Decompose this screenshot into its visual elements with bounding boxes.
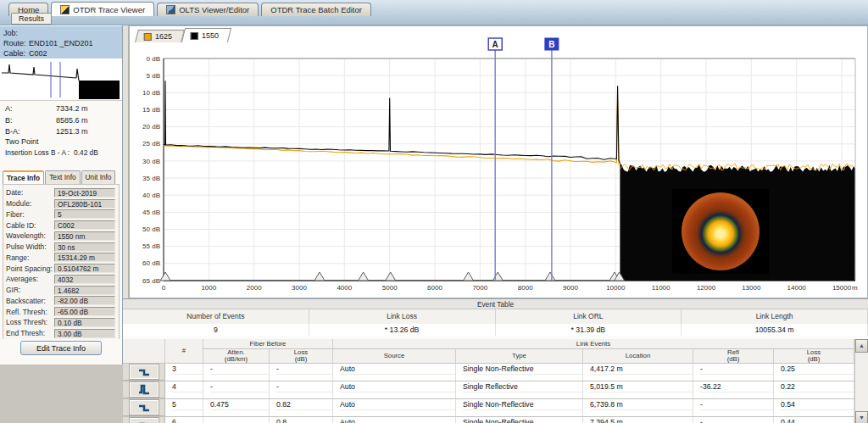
nonreflective-event-icon[interactable]	[130, 418, 159, 423]
field-row-refl-thresh: Refl. Thresh:-65.00 dB	[3, 306, 119, 317]
cell-text: Single Non-Reflective	[463, 417, 582, 423]
scroll-up-button[interactable]: ▲	[855, 339, 868, 353]
cell-text: Auto	[340, 417, 455, 423]
cell-text: 0.54	[781, 399, 854, 410]
cursor-row-a: A:7334.2 m	[0, 103, 122, 115]
cursor-label: B-A:	[0, 126, 56, 138]
event-icon-cell[interactable]	[123, 417, 165, 423]
tab-trace-info[interactable]: Trace Info	[3, 170, 44, 184]
trace-thumbnail[interactable]	[0, 58, 122, 101]
results-tab[interactable]: Results	[11, 13, 52, 25]
sub-header-row: SourceTypeLocationRefl(dB)Loss(dB)	[333, 349, 854, 364]
event-summary-headers: Number of EventsLink LossLink ORLLink Le…	[123, 309, 868, 324]
table-row[interactable]: 60.8AutoSingle Non-Reflective7,394.5 m-0…	[123, 417, 854, 423]
cell-text: 6,739.8 m	[590, 399, 693, 410]
group-header-fiber-before: Fiber Before	[203, 339, 333, 349]
svg-text:1000: 1000	[201, 284, 216, 292]
field-label: Averages:	[3, 275, 54, 283]
svg-text:6000: 6000	[427, 284, 442, 292]
cursor-value: 7334.2 m	[56, 103, 88, 115]
svg-text:13000: 13000	[742, 284, 761, 292]
summary-value: * 31.39 dB	[496, 324, 682, 336]
svg-text:4000: 4000	[337, 284, 352, 292]
summary-header-link-length: Link Length	[682, 309, 868, 325]
insertion-loss-value: 0.42 dB	[74, 148, 98, 157]
tab-otdr-trace-viewer[interactable]: OTDR Trace Viewer	[51, 2, 154, 16]
detail-header: #Fiber BeforeAtten.(dB/km)Loss(dB)Link E…	[123, 339, 854, 364]
svg-text:0: 0	[162, 284, 166, 292]
field-value: 1.4682	[54, 286, 115, 295]
tab-text-info[interactable]: Text Info	[45, 170, 80, 184]
event-marker-icon[interactable]	[545, 272, 555, 281]
field-label: Cable ID:	[3, 221, 54, 230]
event-table-scrollbar[interactable]: ▲ ▼	[854, 339, 868, 423]
scroll-track[interactable]	[855, 353, 868, 411]
tab-wavelength-1550[interactable]: 1550	[181, 28, 231, 42]
event-marker-icon[interactable]	[492, 272, 503, 281]
cell-num: 5	[165, 399, 203, 416]
cell-text: 4	[172, 381, 203, 392]
field-label: Fiber:	[3, 210, 54, 219]
field-label: GIR:	[3, 286, 54, 294]
svg-text:50 dB: 50 dB	[142, 225, 160, 233]
event-icon-cell[interactable]	[123, 364, 165, 381]
event-icon-cell[interactable]	[123, 381, 165, 398]
scroll-down-button[interactable]: ▼	[855, 411, 868, 423]
tab-otdr-trace-batch-editor[interactable]: OTDR Trace Batch Editor	[261, 3, 371, 16]
route-label: Route:	[0, 38, 29, 48]
tab-unit-info[interactable]: Unit Info	[81, 170, 116, 184]
chart-panel[interactable]: 0100020003000400050006000700080009000100…	[129, 25, 868, 298]
event-marker-icon[interactable]	[160, 272, 170, 281]
svg-text:B: B	[548, 40, 554, 49]
event-icon-cell[interactable]	[123, 399, 165, 416]
table-row[interactable]: 3--AutoSingle Non-Reflective4,417.2 m-0.…	[123, 364, 854, 381]
event-marker-icon[interactable]	[314, 272, 325, 281]
reflective-event-icon[interactable]	[130, 382, 159, 397]
cursor-row-b: B:8585.6 m	[0, 115, 122, 127]
cell-text: -36.22	[700, 381, 773, 392]
cell-num: 4	[165, 381, 203, 398]
edit-trace-info-button[interactable]: Edit Trace Info	[20, 341, 102, 355]
tab-strip: HomeOTDR Trace ViewerOLTS Viewer/EditorO…	[8, 2, 371, 16]
header-source: Source	[333, 349, 456, 364]
cell-text: 3	[172, 364, 203, 375]
field-label: End Thresh:	[3, 329, 54, 337]
wavelength-1550-label: 1550	[202, 31, 219, 40]
cell-type: Single Reflective	[456, 381, 583, 398]
cell-num: 6	[165, 417, 203, 423]
header-atten: Atten.(dB/km)	[203, 349, 270, 364]
summary-header-number-of-events: Number of Events	[123, 309, 309, 325]
event-marker-icon[interactable]	[359, 272, 369, 281]
cell-loss_before: -	[270, 364, 333, 381]
field-value: 1550 nm	[54, 231, 115, 241]
tab-olts-viewer-editor[interactable]: OLTS Viewer/Editor	[157, 3, 259, 16]
table-row[interactable]: 4--AutoSingle Reflective5,019.5 m-36.220…	[123, 381, 854, 399]
svg-text:30 dB: 30 dB	[142, 158, 160, 165]
cell-refl: -	[693, 364, 774, 381]
field-label: Pulse Width:	[3, 242, 54, 251]
panel-splitter[interactable]	[123, 25, 129, 298]
field-value: -65.00 dB	[54, 307, 115, 316]
nonreflective-event-icon[interactable]	[130, 365, 159, 379]
field-label: Refl. Thresh:	[3, 308, 54, 316]
event-marker-icon[interactable]	[386, 272, 396, 281]
cell-text: 4,417.2 m	[590, 364, 693, 375]
cable-value: C002	[29, 48, 47, 58]
insertion-loss-row: Insertion Loss B - A : 0.42 dB	[5, 148, 120, 157]
cell-text: 0.475	[210, 399, 269, 410]
field-value: 30 ns	[54, 242, 115, 252]
summary-value: 9	[123, 324, 309, 336]
field-row-loss-thresh: Loss Thresh:0.10 dB	[3, 317, 119, 328]
cable-label: Cable:	[0, 48, 29, 58]
field-label: Date:	[3, 188, 54, 197]
field-row-range: Range:15314.29 m	[3, 253, 119, 264]
event-marker-icon[interactable]	[464, 272, 474, 281]
field-row-point-spacing: Point Spacing:0.5104762 m	[3, 263, 119, 274]
svg-text:3000: 3000	[292, 284, 307, 292]
job-label: Job:	[0, 28, 29, 38]
event-detail-table: #Fiber BeforeAtten.(dB/km)Loss(dB)Link E…	[123, 339, 868, 423]
field-row-backscatter: Backscatter:-82.00 dB	[3, 296, 119, 307]
nonreflective-event-icon[interactable]	[130, 400, 159, 415]
table-row[interactable]: 50.4750.82AutoSingle Non-Reflective6,739…	[123, 399, 854, 417]
tab-wavelength-1625[interactable]: 1625	[135, 30, 185, 42]
